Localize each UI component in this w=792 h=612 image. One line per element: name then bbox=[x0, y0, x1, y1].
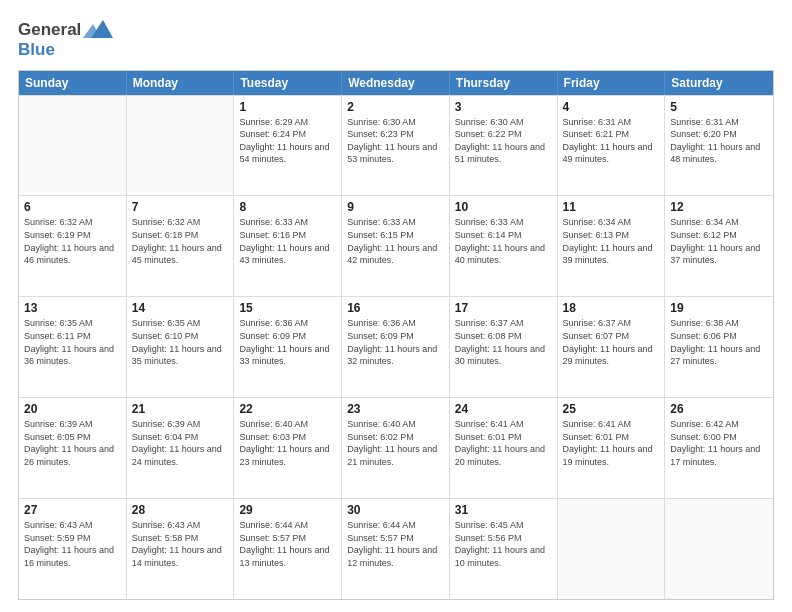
day-of-week-header: Thursday bbox=[450, 71, 558, 95]
calendar-day-cell: 9Sunrise: 6:33 AMSunset: 6:15 PMDaylight… bbox=[342, 196, 450, 296]
calendar-week-row: 20Sunrise: 6:39 AMSunset: 6:05 PMDayligh… bbox=[19, 397, 773, 498]
calendar-day-cell: 11Sunrise: 6:34 AMSunset: 6:13 PMDayligh… bbox=[558, 196, 666, 296]
day-number: 26 bbox=[670, 402, 768, 416]
day-number: 2 bbox=[347, 100, 444, 114]
calendar: SundayMondayTuesdayWednesdayThursdayFrid… bbox=[18, 70, 774, 600]
day-number: 11 bbox=[563, 200, 660, 214]
day-info: Sunrise: 6:33 AMSunset: 6:16 PMDaylight:… bbox=[239, 216, 336, 266]
day-info: Sunrise: 6:32 AMSunset: 6:19 PMDaylight:… bbox=[24, 216, 121, 266]
day-number: 18 bbox=[563, 301, 660, 315]
calendar-day-cell: 12Sunrise: 6:34 AMSunset: 6:12 PMDayligh… bbox=[665, 196, 773, 296]
calendar-week-row: 6Sunrise: 6:32 AMSunset: 6:19 PMDaylight… bbox=[19, 195, 773, 296]
calendar-day-cell: 1Sunrise: 6:29 AMSunset: 6:24 PMDaylight… bbox=[234, 96, 342, 196]
calendar-day-cell: 13Sunrise: 6:35 AMSunset: 6:11 PMDayligh… bbox=[19, 297, 127, 397]
day-number: 20 bbox=[24, 402, 121, 416]
logo-blue: Blue bbox=[18, 40, 113, 60]
day-number: 12 bbox=[670, 200, 768, 214]
calendar-body: 1Sunrise: 6:29 AMSunset: 6:24 PMDaylight… bbox=[19, 95, 773, 599]
day-info: Sunrise: 6:37 AMSunset: 6:08 PMDaylight:… bbox=[455, 317, 552, 367]
calendar-day-cell: 25Sunrise: 6:41 AMSunset: 6:01 PMDayligh… bbox=[558, 398, 666, 498]
day-number: 9 bbox=[347, 200, 444, 214]
calendar-day-cell: 21Sunrise: 6:39 AMSunset: 6:04 PMDayligh… bbox=[127, 398, 235, 498]
day-number: 16 bbox=[347, 301, 444, 315]
day-info: Sunrise: 6:40 AMSunset: 6:03 PMDaylight:… bbox=[239, 418, 336, 468]
day-number: 10 bbox=[455, 200, 552, 214]
day-info: Sunrise: 6:44 AMSunset: 5:57 PMDaylight:… bbox=[347, 519, 444, 569]
calendar-day-cell: 2Sunrise: 6:30 AMSunset: 6:23 PMDaylight… bbox=[342, 96, 450, 196]
day-info: Sunrise: 6:41 AMSunset: 6:01 PMDaylight:… bbox=[563, 418, 660, 468]
calendar-empty-cell bbox=[19, 96, 127, 196]
day-info: Sunrise: 6:36 AMSunset: 6:09 PMDaylight:… bbox=[239, 317, 336, 367]
calendar-day-cell: 23Sunrise: 6:40 AMSunset: 6:02 PMDayligh… bbox=[342, 398, 450, 498]
day-info: Sunrise: 6:38 AMSunset: 6:06 PMDaylight:… bbox=[670, 317, 768, 367]
day-info: Sunrise: 6:30 AMSunset: 6:22 PMDaylight:… bbox=[455, 116, 552, 166]
day-number: 14 bbox=[132, 301, 229, 315]
day-number: 28 bbox=[132, 503, 229, 517]
day-number: 25 bbox=[563, 402, 660, 416]
day-info: Sunrise: 6:45 AMSunset: 5:56 PMDaylight:… bbox=[455, 519, 552, 569]
day-info: Sunrise: 6:37 AMSunset: 6:07 PMDaylight:… bbox=[563, 317, 660, 367]
calendar-day-cell: 20Sunrise: 6:39 AMSunset: 6:05 PMDayligh… bbox=[19, 398, 127, 498]
day-info: Sunrise: 6:41 AMSunset: 6:01 PMDaylight:… bbox=[455, 418, 552, 468]
calendar-day-cell: 16Sunrise: 6:36 AMSunset: 6:09 PMDayligh… bbox=[342, 297, 450, 397]
day-number: 21 bbox=[132, 402, 229, 416]
day-number: 31 bbox=[455, 503, 552, 517]
day-number: 1 bbox=[239, 100, 336, 114]
day-info: Sunrise: 6:33 AMSunset: 6:15 PMDaylight:… bbox=[347, 216, 444, 266]
calendar-day-cell: 31Sunrise: 6:45 AMSunset: 5:56 PMDayligh… bbox=[450, 499, 558, 599]
calendar-day-cell: 6Sunrise: 6:32 AMSunset: 6:19 PMDaylight… bbox=[19, 196, 127, 296]
calendar-day-cell: 10Sunrise: 6:33 AMSunset: 6:14 PMDayligh… bbox=[450, 196, 558, 296]
day-of-week-header: Wednesday bbox=[342, 71, 450, 95]
calendar-day-cell: 17Sunrise: 6:37 AMSunset: 6:08 PMDayligh… bbox=[450, 297, 558, 397]
calendar-day-cell: 28Sunrise: 6:43 AMSunset: 5:58 PMDayligh… bbox=[127, 499, 235, 599]
day-info: Sunrise: 6:43 AMSunset: 5:58 PMDaylight:… bbox=[132, 519, 229, 569]
day-of-week-header: Saturday bbox=[665, 71, 773, 95]
day-info: Sunrise: 6:32 AMSunset: 6:18 PMDaylight:… bbox=[132, 216, 229, 266]
day-info: Sunrise: 6:36 AMSunset: 6:09 PMDaylight:… bbox=[347, 317, 444, 367]
calendar-week-row: 1Sunrise: 6:29 AMSunset: 6:24 PMDaylight… bbox=[19, 95, 773, 196]
day-number: 24 bbox=[455, 402, 552, 416]
calendar-day-cell: 26Sunrise: 6:42 AMSunset: 6:00 PMDayligh… bbox=[665, 398, 773, 498]
day-number: 6 bbox=[24, 200, 121, 214]
calendar-week-row: 13Sunrise: 6:35 AMSunset: 6:11 PMDayligh… bbox=[19, 296, 773, 397]
day-number: 29 bbox=[239, 503, 336, 517]
calendar-day-cell: 19Sunrise: 6:38 AMSunset: 6:06 PMDayligh… bbox=[665, 297, 773, 397]
day-number: 22 bbox=[239, 402, 336, 416]
day-of-week-header: Friday bbox=[558, 71, 666, 95]
day-of-week-header: Tuesday bbox=[234, 71, 342, 95]
calendar-day-cell: 8Sunrise: 6:33 AMSunset: 6:16 PMDaylight… bbox=[234, 196, 342, 296]
day-number: 3 bbox=[455, 100, 552, 114]
day-number: 19 bbox=[670, 301, 768, 315]
day-number: 8 bbox=[239, 200, 336, 214]
day-number: 13 bbox=[24, 301, 121, 315]
day-number: 30 bbox=[347, 503, 444, 517]
calendar-week-row: 27Sunrise: 6:43 AMSunset: 5:59 PMDayligh… bbox=[19, 498, 773, 599]
calendar-day-cell: 29Sunrise: 6:44 AMSunset: 5:57 PMDayligh… bbox=[234, 499, 342, 599]
calendar-day-cell: 7Sunrise: 6:32 AMSunset: 6:18 PMDaylight… bbox=[127, 196, 235, 296]
calendar-day-cell: 24Sunrise: 6:41 AMSunset: 6:01 PMDayligh… bbox=[450, 398, 558, 498]
day-number: 4 bbox=[563, 100, 660, 114]
day-number: 27 bbox=[24, 503, 121, 517]
day-info: Sunrise: 6:40 AMSunset: 6:02 PMDaylight:… bbox=[347, 418, 444, 468]
day-info: Sunrise: 6:35 AMSunset: 6:11 PMDaylight:… bbox=[24, 317, 121, 367]
day-number: 7 bbox=[132, 200, 229, 214]
day-info: Sunrise: 6:39 AMSunset: 6:05 PMDaylight:… bbox=[24, 418, 121, 468]
calendar-day-cell: 15Sunrise: 6:36 AMSunset: 6:09 PMDayligh… bbox=[234, 297, 342, 397]
calendar-empty-cell bbox=[127, 96, 235, 196]
logo-icon bbox=[83, 16, 113, 42]
day-info: Sunrise: 6:39 AMSunset: 6:04 PMDaylight:… bbox=[132, 418, 229, 468]
day-info: Sunrise: 6:35 AMSunset: 6:10 PMDaylight:… bbox=[132, 317, 229, 367]
day-info: Sunrise: 6:33 AMSunset: 6:14 PMDaylight:… bbox=[455, 216, 552, 266]
calendar-day-cell: 4Sunrise: 6:31 AMSunset: 6:21 PMDaylight… bbox=[558, 96, 666, 196]
calendar-day-cell: 14Sunrise: 6:35 AMSunset: 6:10 PMDayligh… bbox=[127, 297, 235, 397]
page-header: General Blue bbox=[18, 18, 774, 60]
day-info: Sunrise: 6:31 AMSunset: 6:21 PMDaylight:… bbox=[563, 116, 660, 166]
calendar-day-cell: 18Sunrise: 6:37 AMSunset: 6:07 PMDayligh… bbox=[558, 297, 666, 397]
calendar-day-cell: 30Sunrise: 6:44 AMSunset: 5:57 PMDayligh… bbox=[342, 499, 450, 599]
calendar-empty-cell bbox=[665, 499, 773, 599]
day-info: Sunrise: 6:34 AMSunset: 6:12 PMDaylight:… bbox=[670, 216, 768, 266]
logo: General Blue bbox=[18, 18, 113, 60]
calendar-empty-cell bbox=[558, 499, 666, 599]
day-info: Sunrise: 6:43 AMSunset: 5:59 PMDaylight:… bbox=[24, 519, 121, 569]
calendar-day-cell: 27Sunrise: 6:43 AMSunset: 5:59 PMDayligh… bbox=[19, 499, 127, 599]
